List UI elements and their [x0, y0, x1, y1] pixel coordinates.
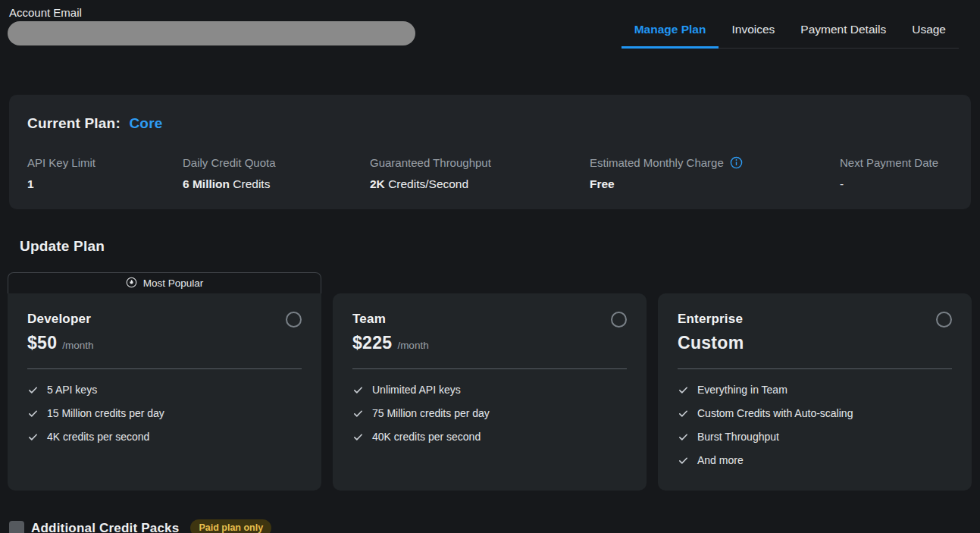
- check-icon: [27, 384, 39, 396]
- check-icon: [678, 455, 689, 466]
- account-email-label: Account Email: [9, 6, 415, 19]
- stat-api-key-limit: API Key Limit 1: [27, 156, 183, 191]
- stat-estimated-monthly-charge-label: Estimated Monthly Charge: [590, 156, 724, 169]
- feature-item: Burst Throughput: [678, 425, 952, 449]
- feature-item: 40K credits per second: [352, 425, 627, 449]
- tab-manage-plan[interactable]: Manage Plan: [622, 14, 719, 49]
- current-plan-stats: API Key Limit 1 Daily Credit Quota 6 Mil…: [27, 156, 953, 191]
- account-email-block: Account Email: [8, 6, 415, 45]
- stat-guaranteed-throughput: Guaranteed Throughput 2K Credits/Second: [370, 156, 590, 191]
- feature-item: Everything in Team: [678, 378, 952, 402]
- plan-price: Custom: [678, 333, 744, 353]
- plan-price: $225: [352, 333, 392, 353]
- additional-credit-packs-title: Additional Credit Packs: [31, 521, 179, 533]
- tab-invoices[interactable]: Invoices: [719, 14, 787, 49]
- stat-guaranteed-throughput-value: 2K: [370, 177, 385, 190]
- plan-period: /month: [62, 340, 93, 351]
- plan-options: Most Popular Developer $50 /month 5 API …: [8, 272, 972, 491]
- feature-item: 4K credits per second: [27, 425, 302, 449]
- paid-plan-only-badge: Paid plan only: [190, 519, 271, 533]
- check-icon: [352, 431, 364, 443]
- plan-name: Team: [352, 312, 429, 327]
- plan-name: Enterprise: [678, 312, 744, 327]
- feature-item: Unlimited API keys: [352, 378, 627, 402]
- additional-credit-packs-checkbox[interactable]: [9, 521, 24, 533]
- tab-payment-details[interactable]: Payment Details: [787, 14, 899, 49]
- check-icon: [352, 384, 364, 396]
- plan-card-developer: Most Popular Developer $50 /month 5 API …: [8, 272, 321, 491]
- plan-divider: [352, 368, 627, 369]
- stat-estimated-monthly-charge: Estimated Monthly Charge Free: [590, 156, 840, 191]
- check-icon: [27, 408, 39, 419]
- plan-price: $50: [27, 333, 57, 353]
- current-plan-card: Current Plan: Core API Key Limit 1 Daily…: [9, 95, 971, 209]
- current-plan-name: Core: [129, 115, 162, 131]
- plan-body-enterprise[interactable]: Enterprise Custom Everything in Team Cus…: [658, 293, 972, 491]
- flame-icon: [126, 277, 137, 290]
- plan-spacer: [658, 272, 972, 293]
- plan-period: /month: [397, 340, 428, 351]
- plan-body-team[interactable]: Team $225 /month Unlimited API keys 75 M…: [333, 293, 647, 491]
- top-bar: Account Email Manage Plan Invoices Payme…: [0, 0, 980, 49]
- current-plan-title-prefix: Current Plan:: [27, 115, 121, 131]
- plan-divider: [678, 368, 952, 369]
- feature-item: Custom Credits with Auto-scaling: [678, 402, 952, 425]
- feature-item: 15 Million credits per day: [27, 402, 302, 425]
- most-popular-banner: Most Popular: [8, 272, 321, 293]
- stat-api-key-limit-value: 1: [27, 177, 34, 190]
- feature-item: And more: [678, 449, 952, 472]
- update-plan-title: Update Plan: [20, 238, 980, 255]
- feature-item: 75 Million credits per day: [352, 402, 627, 425]
- plan-features: Unlimited API keys 75 Million credits pe…: [352, 378, 627, 449]
- plan-card-enterprise: Enterprise Custom Everything in Team Cus…: [658, 272, 972, 491]
- stat-api-key-limit-label: API Key Limit: [27, 156, 95, 169]
- check-icon: [678, 431, 689, 443]
- plan-divider: [27, 368, 302, 369]
- account-email-input[interactable]: [8, 21, 415, 45]
- feature-item: 5 API keys: [27, 378, 302, 402]
- tab-usage[interactable]: Usage: [899, 14, 959, 49]
- most-popular-label: Most Popular: [143, 277, 204, 289]
- stat-daily-credit-quota: Daily Credit Quota 6 Million Credits: [183, 156, 370, 191]
- plan-features: Everything in Team Custom Credits with A…: [678, 378, 952, 472]
- check-icon: [678, 384, 689, 396]
- stat-daily-credit-quota-label: Daily Credit Quota: [183, 156, 276, 169]
- check-icon: [352, 408, 364, 419]
- plan-radio-team[interactable]: [611, 312, 627, 328]
- billing-tabs: Manage Plan Invoices Payment Details Usa…: [622, 14, 959, 49]
- stat-guaranteed-throughput-label: Guaranteed Throughput: [370, 156, 491, 169]
- stat-next-payment-date-value: -: [840, 177, 844, 190]
- plan-spacer: [333, 272, 647, 293]
- stat-next-payment-date: Next Payment Date -: [840, 156, 953, 191]
- info-icon[interactable]: [730, 156, 743, 169]
- check-icon: [27, 431, 39, 443]
- additional-credit-packs-row: Additional Credit Packs Paid plan only: [9, 519, 980, 533]
- plan-features: 5 API keys 15 Million credits per day 4K…: [27, 378, 302, 449]
- plan-radio-enterprise[interactable]: [936, 312, 952, 328]
- plan-name: Developer: [27, 312, 94, 327]
- check-icon: [678, 408, 689, 419]
- stat-daily-credit-quota-value: 6 Million: [183, 177, 230, 190]
- stat-estimated-monthly-charge-value: Free: [590, 177, 615, 190]
- plan-body-developer[interactable]: Developer $50 /month 5 API keys 15 Milli…: [8, 293, 321, 491]
- plan-card-team: Team $225 /month Unlimited API keys 75 M…: [333, 272, 647, 491]
- stat-next-payment-date-label: Next Payment Date: [840, 156, 938, 169]
- current-plan-title: Current Plan: Core: [27, 115, 953, 132]
- plan-radio-developer[interactable]: [286, 312, 302, 328]
